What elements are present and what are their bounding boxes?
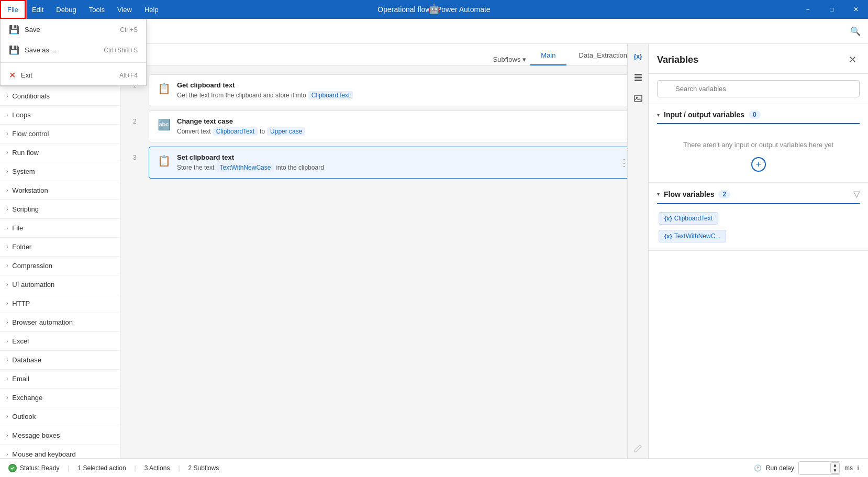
menu-tools[interactable]: Tools (83, 0, 111, 19)
var-name: TextWithNewC... (674, 232, 721, 240)
exit-label: Exit (21, 71, 119, 79)
exit-menu-item[interactable]: ✕ Exit Alt+F4 (1, 65, 146, 85)
sidebar-group-http-header[interactable]: › HTTP (0, 294, 120, 313)
delay-increment-button[interactable]: ▲ (831, 463, 839, 468)
sidebar-group-run-flow-header[interactable]: › Run flow (0, 143, 120, 162)
input-output-section-header[interactable]: ▾ Input / output variables 0 (657, 110, 860, 119)
sidebar-group-compression: › Compression (0, 257, 120, 275)
step-number-2: 2 (133, 110, 149, 125)
sidebar-item-label: Outlook (12, 413, 36, 420)
arrow-icon: › (6, 395, 8, 401)
input-output-count-badge: 0 (749, 110, 761, 119)
variables-panel-icon[interactable]: {x} (630, 48, 647, 65)
filter-icon[interactable]: ▽ (853, 189, 860, 199)
sidebar-group-file-header[interactable]: › File (0, 219, 120, 237)
image-icon[interactable] (630, 90, 647, 107)
sidebar-item-label: Workstation (12, 186, 48, 194)
status-ready: Status: Ready (8, 464, 59, 472)
sidebar-group-system: › System (0, 162, 120, 181)
close-button[interactable]: ✕ (844, 0, 868, 19)
sidebar-group-message-boxes-header[interactable]: › Message boxes (0, 426, 120, 445)
step-title-1: Get clipboard text (177, 81, 353, 89)
subflows-label: Subflows (493, 56, 521, 63)
sidebar-group-email-header[interactable]: › Email (0, 370, 120, 388)
tabs-bar: Subflows ▾ Main Data_Extraction (120, 44, 648, 66)
sidebar-item-label: File (12, 224, 23, 232)
sidebar-group-browser-automation-header[interactable]: › Browser automation (0, 313, 120, 331)
save-as-shortcut: Ctrl+Shift+S (104, 47, 138, 54)
sidebar-group-exchange: › Exchange (0, 389, 120, 407)
run-delay-input[interactable]: 100 (799, 462, 830, 474)
menu-help[interactable]: Help (138, 0, 165, 19)
minimize-button[interactable]: − (796, 0, 820, 19)
step-tag-clipboardtext-2: ClipboardText (213, 127, 258, 136)
menu-file[interactable]: File (0, 0, 26, 19)
status-bar: Status: Ready | 1 Selected action | 3 Ac… (0, 458, 868, 477)
flow-variables-count-badge: 2 (718, 190, 730, 198)
arrow-icon: › (6, 244, 8, 250)
search-button[interactable]: 🔍 (847, 23, 864, 40)
step-tag-uppercase: Upper case (267, 127, 305, 136)
sidebar-group-mouse-keyboard-header[interactable]: › Mouse and keyboard (0, 445, 120, 458)
exit-icon: ✕ (9, 70, 16, 80)
sidebar-group-compression-header[interactable]: › Compression (0, 257, 120, 275)
sidebar-group-outlook-header[interactable]: › Outlook (0, 407, 120, 426)
title-icon-area: 🤖 (428, 3, 440, 15)
separator-2: | (135, 464, 136, 472)
sidebar-group-mouse-keyboard: › Mouse and keyboard (0, 445, 120, 458)
arrow-icon: › (6, 169, 8, 174)
search-wrapper: 🔍 (657, 80, 860, 97)
variable-text-with-new-case[interactable]: {x} TextWithNewC... (659, 230, 726, 242)
step-card-3[interactable]: 📋 Set clipboard text Store the text Text… (149, 147, 636, 179)
step-card-1[interactable]: 📋 Get clipboard text Get the text from t… (149, 74, 636, 106)
step-tag-textwithnewcase: TextWithNewCase (216, 163, 274, 172)
step-desc-2: Convert text ClipboardText to Upper case (177, 127, 305, 136)
save-as-icon: 💾 (9, 45, 19, 55)
section-divider (657, 203, 860, 204)
variables-panel-close[interactable]: ✕ (845, 52, 860, 67)
sidebar-group-folder-header[interactable]: › Folder (0, 238, 120, 256)
variables-search-container: 🔍 (649, 74, 868, 104)
sidebar-group-scripting-header[interactable]: › Scripting (0, 200, 120, 218)
subflows-button[interactable]: Subflows ▾ (489, 53, 531, 65)
step-tag-clipboardtext: ClipboardText (308, 91, 353, 99)
variables-panel-header: Variables ✕ (649, 44, 868, 74)
save-icon: 💾 (9, 25, 19, 35)
flow-canvas: 1 📋 Get clipboard text Get the text from… (120, 66, 648, 458)
save-as-menu-item[interactable]: 💾 Save as ... Ctrl+Shift+S (1, 40, 146, 60)
step-desc-1: Get the text from the clipboard and stor… (177, 91, 353, 99)
sidebar-group-system-header[interactable]: › System (0, 162, 120, 181)
sidebar-group-flow-control-header[interactable]: › Flow control (0, 125, 120, 143)
left-sidebar: › Variables › Conditionals › Loops › Flo… (0, 44, 120, 458)
menu-debug[interactable]: Debug (50, 0, 82, 19)
clock-icon: 🕐 (754, 464, 762, 472)
sidebar-group-scripting: › Scripting (0, 200, 120, 219)
sidebar-group-excel-header[interactable]: › Excel (0, 332, 120, 350)
status-text: Status: Ready (20, 464, 59, 472)
sidebar-group-flow-control: › Flow control (0, 125, 120, 143)
delay-decrement-button[interactable]: ▼ (831, 468, 839, 473)
input-output-section: ▾ Input / output variables 0 There aren'… (649, 104, 868, 183)
sidebar-group-database-header[interactable]: › Database (0, 351, 120, 369)
file-dropdown-menu: 💾 Save Ctrl+S 💾 Save as ... Ctrl+Shift+S… (0, 19, 147, 86)
variables-search-input[interactable] (657, 80, 860, 97)
sidebar-group-ui-automation-header[interactable]: › UI automation (0, 275, 120, 294)
layers-icon[interactable] (630, 69, 647, 86)
flow-variables-section-title: Flow variables (664, 190, 714, 198)
sidebar-group-loops-header[interactable]: › Loops (0, 106, 120, 124)
variable-clipboard-text[interactable]: {x} ClipboardText (659, 212, 718, 225)
add-variable-button[interactable]: + (751, 157, 766, 172)
menu-edit[interactable]: Edit (26, 0, 50, 19)
sidebar-group-exchange-header[interactable]: › Exchange (0, 389, 120, 407)
tab-main[interactable]: Main (530, 46, 566, 65)
maximize-button[interactable]: □ (820, 0, 844, 19)
sidebar-group-file: › File (0, 219, 120, 238)
sidebar-group-workstation-header[interactable]: › Workstation (0, 181, 120, 199)
sidebar-group-conditionals-header[interactable]: › Conditionals (0, 87, 120, 105)
save-menu-item[interactable]: 💾 Save Ctrl+S (1, 19, 146, 40)
input-output-empty-message: There aren't any input or output variabl… (657, 130, 860, 153)
menu-view[interactable]: View (111, 0, 138, 19)
step-card-2[interactable]: 🔤 Change text case Convert text Clipboar… (149, 110, 636, 142)
flow-variables-section-header[interactable]: ▾ Flow variables 2 ▽ (657, 189, 860, 199)
menu-bar: File Edit Debug Tools View Help (0, 0, 165, 19)
